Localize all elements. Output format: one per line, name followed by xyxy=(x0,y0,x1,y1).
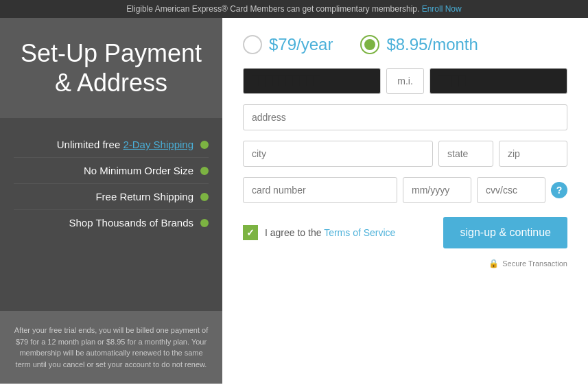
cvv-input[interactable] xyxy=(477,177,545,203)
lock-icon: 🔒 xyxy=(489,259,499,268)
mi-input[interactable] xyxy=(386,68,424,94)
feature-item-brands: Shop Thousands of Brands xyxy=(14,210,209,235)
terms-section: I agree to the Terms of Service xyxy=(243,225,395,240)
address-input[interactable] xyxy=(243,104,567,130)
cvv-help-icon[interactable]: ? xyxy=(551,182,567,198)
secure-row: 🔒 Secure Transaction xyxy=(243,259,567,268)
expiry-input[interactable] xyxy=(403,177,471,203)
feature-item-shipping: Unlimited free 2-Day Shipping xyxy=(14,132,209,158)
right-panel: $79/year $8.95/month ? xyxy=(222,18,588,384)
disclaimer-text: After your free trial ends, you will be … xyxy=(14,325,209,370)
main-layout: Set-Up Payment & Address Unlimited free … xyxy=(0,18,588,384)
plan-yearly-label: $79/year xyxy=(269,35,333,54)
card-number-input[interactable] xyxy=(243,177,397,203)
terms-text: I agree to the Terms of Service xyxy=(265,227,395,238)
terms-checkbox[interactable] xyxy=(243,225,258,240)
zip-input[interactable] xyxy=(499,141,567,167)
feature-minimum-dot xyxy=(200,167,209,175)
features-list: Unlimited free 2-Day Shipping No Minimum… xyxy=(0,118,222,311)
address-row xyxy=(243,104,567,130)
left-panel: Set-Up Payment & Address Unlimited free … xyxy=(0,18,222,384)
plan-monthly-label: $8.95/month xyxy=(386,35,478,54)
plan-yearly[interactable]: $79/year xyxy=(243,35,333,54)
feature-item-minimum: No Minimum Order Size xyxy=(14,158,209,184)
terms-link[interactable]: Terms of Service xyxy=(324,227,395,238)
feature-item-return: Free Return Shipping xyxy=(14,184,209,210)
top-banner: Eligible American Express® Card Members … xyxy=(0,0,588,18)
radio-monthly[interactable] xyxy=(360,35,379,54)
bottom-row: I agree to the Terms of Service sign-up … xyxy=(243,217,567,248)
feature-shipping-dot xyxy=(200,141,209,149)
name-row xyxy=(243,68,567,94)
left-panel-header: Set-Up Payment & Address xyxy=(0,18,222,118)
last-name-input[interactable] xyxy=(430,68,567,94)
signup-button[interactable]: sign-up & continue xyxy=(443,217,567,248)
banner-text: Eligible American Express® Card Members … xyxy=(126,4,419,14)
disclaimer-section: After your free trial ends, you will be … xyxy=(0,311,222,384)
state-input[interactable] xyxy=(438,141,493,167)
city-state-zip-row xyxy=(243,141,567,167)
feature-return-dot xyxy=(200,193,209,201)
plan-monthly[interactable]: $8.95/month xyxy=(360,35,478,54)
feature-return-text: Free Return Shipping xyxy=(14,191,193,202)
first-name-input[interactable] xyxy=(243,68,381,94)
radio-yearly[interactable] xyxy=(243,35,262,54)
feature-shipping-text: Unlimited free 2-Day Shipping xyxy=(14,139,193,150)
feature-brands-dot xyxy=(200,219,209,227)
secure-label: Secure Transaction xyxy=(502,259,567,268)
page-title: Set-Up Payment & Address xyxy=(14,38,209,97)
feature-brands-text: Shop Thousands of Brands xyxy=(14,217,193,229)
feature-minimum-text: No Minimum Order Size xyxy=(14,165,193,176)
city-input[interactable] xyxy=(243,141,433,167)
plan-selector: $79/year $8.95/month xyxy=(243,35,567,54)
card-row: ? xyxy=(243,177,567,203)
shipping-link[interactable]: 2-Day Shipping xyxy=(123,139,193,150)
enroll-link[interactable]: Enroll Now xyxy=(422,4,462,14)
